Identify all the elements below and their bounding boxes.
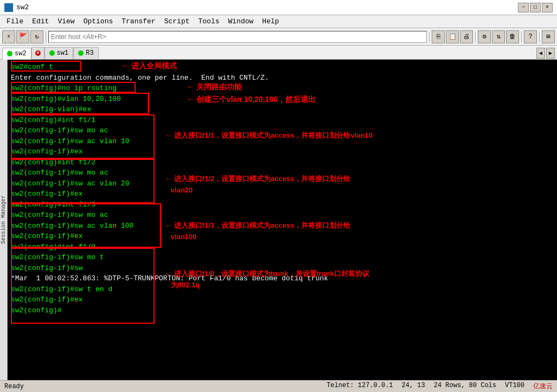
minimize-button[interactable]: − bbox=[518, 3, 529, 12]
toolbar-delete[interactable]: 🗑 bbox=[506, 30, 519, 43]
terminal-line-16: sw2(config-if)#sw ac vlan 100 bbox=[11, 221, 554, 232]
window-title: sw2 bbox=[16, 3, 29, 11]
tab-r3-label: R3 bbox=[86, 49, 93, 57]
toolbar-print[interactable]: 🖨 bbox=[460, 30, 473, 43]
app-icon bbox=[4, 3, 13, 12]
tabs-bar: sw2 × sw1 R3 ◀ ▶ bbox=[0, 46, 557, 60]
terminal-line-1: sw2#conf t bbox=[11, 62, 554, 73]
toolbar-sep-3 bbox=[475, 31, 476, 42]
menu-tools[interactable]: Tools bbox=[194, 16, 224, 27]
menu-options[interactable]: Options bbox=[79, 16, 118, 27]
host-input[interactable] bbox=[48, 31, 427, 43]
terminal-line-7: sw2(config-if)#sw mo ac bbox=[11, 125, 554, 136]
status-telnet: Telnet: 127.0.0.1 bbox=[326, 382, 393, 391]
terminal-line-14: sw2(config)#int f1/3 bbox=[11, 200, 554, 210]
terminal-line-13: sw2(config-if)#ex bbox=[11, 189, 554, 200]
terminal[interactable]: sw2#conf t Enter configuration commands,… bbox=[8, 60, 557, 380]
toolbar-sep-4 bbox=[521, 31, 522, 42]
terminal-line-6: sw2(config)#int f1/1 bbox=[11, 115, 554, 126]
toolbar-sep-2 bbox=[429, 31, 430, 42]
menu-bar: File Edit View Options Transfer Script T… bbox=[0, 15, 557, 28]
terminal-line-24: sw2(config)# bbox=[11, 305, 554, 316]
terminal-line-10: sw2(config)#int f1/2 bbox=[11, 157, 554, 168]
terminal-line-23: sw2(config-if)#ex bbox=[11, 294, 554, 305]
toolbar-transfer[interactable]: ⇅ bbox=[492, 30, 505, 43]
tab-r3-status bbox=[78, 50, 84, 56]
terminal-line-3: sw2(config)#no ip routing bbox=[11, 83, 554, 94]
maximize-button[interactable]: □ bbox=[530, 3, 541, 12]
toolbar-refresh[interactable]: ↻ bbox=[30, 30, 43, 43]
tab-close[interactable]: × bbox=[31, 47, 44, 59]
toolbar-copy[interactable]: ⎘ bbox=[432, 30, 445, 43]
status-brand: 亿速云 bbox=[533, 382, 553, 391]
terminal-line-2: Enter configuration commands, one per li… bbox=[11, 73, 554, 83]
status-bar: Ready Telnet: 127.0.0.1 24, 13 24 Rows, … bbox=[0, 380, 557, 392]
toolbar-lightning[interactable]: ⚡ bbox=[2, 30, 15, 43]
main-area: Session Manager sw2#conf t Enter configu… bbox=[0, 60, 557, 380]
tab-close-icon: × bbox=[35, 50, 41, 56]
toolbar: ⚡ 🚩 ↻ ⎘ 📋 🖨 ⚙ ⇅ 🗑 ? ⊞ bbox=[0, 28, 557, 46]
terminal-line-9: sw2(config-if)#ex bbox=[11, 146, 554, 157]
menu-window[interactable]: Window bbox=[224, 16, 258, 27]
sidebar-label: Session Manager bbox=[1, 195, 7, 244]
toolbar-grid[interactable]: ⊞ bbox=[542, 30, 555, 43]
status-ready: Ready bbox=[4, 383, 24, 390]
toolbar-help[interactable]: ? bbox=[524, 30, 537, 43]
toolbar-paste[interactable]: 📋 bbox=[446, 30, 459, 43]
menu-file[interactable]: File bbox=[2, 16, 28, 27]
terminal-line-5: sw2(config-vlan)#ex bbox=[11, 104, 554, 115]
tab-sw1-status bbox=[49, 50, 55, 56]
tab-sw2-status bbox=[7, 51, 12, 56]
status-right: Telnet: 127.0.0.1 24, 13 24 Rows, 80 Col… bbox=[326, 382, 553, 391]
terminal-line-15: sw2(config-if)#sw mo ac bbox=[11, 210, 554, 221]
toolbar-settings[interactable]: ⚙ bbox=[478, 30, 491, 43]
terminal-line-19: sw2(config-if)#sw mo t bbox=[11, 252, 554, 263]
toolbar-flag[interactable]: 🚩 bbox=[16, 30, 29, 43]
toolbar-sep-1 bbox=[46, 31, 46, 42]
terminal-line-21: *Mar 1 00:02:52.863: %DTP-5-TRUNKPORTON:… bbox=[11, 273, 554, 284]
terminal-line-20: sw2(config-if)#sw bbox=[11, 263, 554, 274]
toolbar-sep-5 bbox=[539, 31, 540, 42]
close-button[interactable]: × bbox=[542, 3, 553, 12]
tabs-next[interactable]: ▶ bbox=[546, 48, 555, 59]
menu-transfer[interactable]: Transfer bbox=[117, 16, 159, 27]
menu-help[interactable]: Help bbox=[258, 16, 283, 27]
tab-r3[interactable]: R3 bbox=[73, 47, 98, 59]
tab-sw2-label: sw2 bbox=[15, 50, 27, 57]
tab-sw2[interactable]: sw2 bbox=[2, 48, 31, 60]
status-size: 24 Rows, 80 Cols bbox=[434, 382, 496, 391]
terminal-line-11: sw2(config-if)#sw mo ac bbox=[11, 168, 554, 178]
terminal-line-8: sw2(config-if)#sw ac vlan 10 bbox=[11, 136, 554, 147]
tab-sw1[interactable]: sw1 bbox=[44, 47, 74, 59]
terminal-line-12: sw2(config-if)#sw ac vlan 20 bbox=[11, 178, 554, 189]
menu-script[interactable]: Script bbox=[160, 16, 194, 27]
tabs-prev[interactable]: ◀ bbox=[536, 48, 545, 59]
terminal-line-17: sw2(config-if)#ex bbox=[11, 231, 554, 242]
tabs-navigation: ◀ ▶ bbox=[536, 48, 555, 59]
menu-view[interactable]: View bbox=[53, 16, 79, 27]
session-manager-sidebar: Session Manager bbox=[0, 60, 8, 380]
window-controls: − □ × bbox=[518, 3, 553, 12]
terminal-line-18: sw2(config)#int f1/0 bbox=[11, 242, 554, 253]
status-vt: VT100 bbox=[505, 382, 524, 391]
title-bar: sw2 − □ × bbox=[0, 0, 557, 15]
terminal-line-22: sw2(config-if)#sw t en d bbox=[11, 284, 554, 295]
tab-sw1-label: sw1 bbox=[57, 49, 69, 57]
status-position: 24, 13 bbox=[402, 382, 425, 391]
menu-edit[interactable]: Edit bbox=[28, 16, 53, 27]
terminal-line-4: sw2(config)#vlan 10,20,100 bbox=[11, 94, 554, 105]
